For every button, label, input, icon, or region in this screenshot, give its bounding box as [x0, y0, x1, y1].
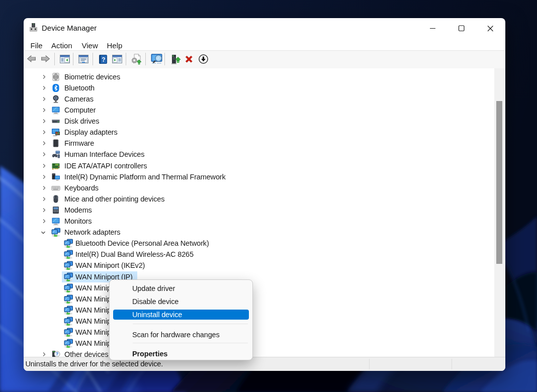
svg-text:?: ? — [102, 56, 105, 63]
